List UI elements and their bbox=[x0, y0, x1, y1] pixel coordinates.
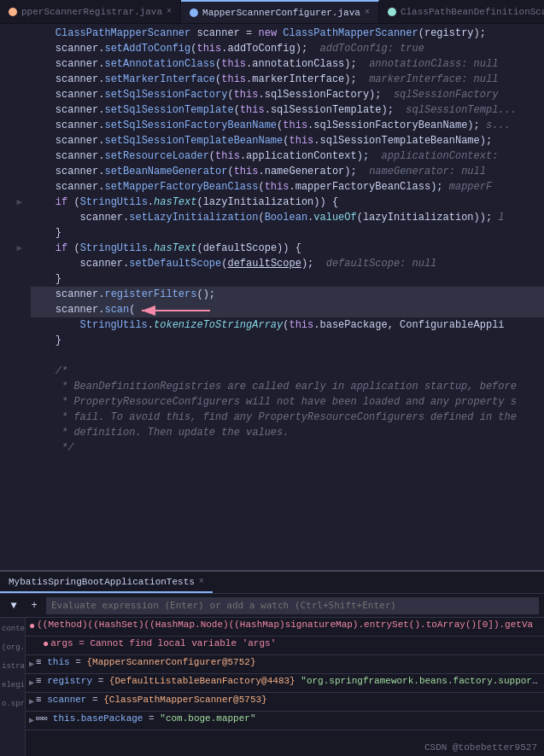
debug-var-text: ≡ registry = {DefaultListableBeanFactory… bbox=[36, 676, 541, 686]
expand-icon[interactable]: ▶ bbox=[29, 659, 34, 669]
code-line: /* bbox=[31, 363, 544, 379]
bottom-tab-label: MybatisSpringBootApplicationTests bbox=[9, 577, 195, 587]
filter-button[interactable]: ▼ bbox=[5, 597, 22, 614]
bottom-tab-close[interactable]: × bbox=[199, 577, 204, 586]
expand-icon[interactable]: ▶ bbox=[29, 696, 34, 707]
gutter-line bbox=[0, 210, 22, 225]
gutter-line bbox=[0, 148, 22, 164]
gutter-line bbox=[0, 72, 22, 87]
expand-icon[interactable]: ▶ bbox=[29, 715, 34, 725]
gutter-line bbox=[0, 179, 22, 195]
tab-label-configurer: MapperScannerConfigurer.java bbox=[202, 8, 360, 18]
code-line-highlighted: scanner.scan( bbox=[31, 302, 544, 317]
debug-error-text: ((Method)((HashSet)((HashMap.Node)((Hash… bbox=[37, 619, 533, 630]
code-line: * BeanDefinitionRegistries are called ea… bbox=[31, 379, 544, 394]
tab-classpathscanner[interactable]: ClassPathBeanDefinitionScanner.ja... bbox=[379, 0, 544, 23]
debug-error-subitem: ● args = Cannot find local variable 'arg… bbox=[26, 637, 544, 655]
code-line: scanner.setMapperFactoryBeanClass(this.m… bbox=[31, 179, 544, 195]
tab-label-registrar: pperScannerRegistrar.java bbox=[21, 7, 162, 17]
tab-icon-teal bbox=[388, 8, 396, 16]
code-line: scanner.setSqlSessionFactoryBeanName(thi… bbox=[31, 118, 544, 133]
code-line: ClassPathMapperScanner scanner = new Cla… bbox=[31, 26, 544, 41]
tab-bar: pperScannerRegistrar.java × MapperScanne… bbox=[0, 0, 544, 24]
code-content: ClassPathMapperScanner scanner = new Cla… bbox=[27, 24, 544, 570]
debug-vars: context.ann (org.myb istration elegiate.… bbox=[0, 618, 544, 756]
code-line: scanner.setMarkerInterface(this.markerIn… bbox=[31, 72, 544, 87]
code-line bbox=[31, 348, 544, 363]
bottom-tab-mybatis[interactable]: MybatisSpringBootApplicationTests × bbox=[0, 572, 213, 593]
gutter-line bbox=[0, 302, 22, 317]
gutter-line bbox=[0, 440, 22, 456]
code-line: scanner.setSqlSessionFactory(this.sqlSes… bbox=[31, 87, 544, 102]
code-line: scanner.setAnnotationClass(this.annotati… bbox=[31, 56, 544, 72]
code-line: * definition. Then update the values. bbox=[31, 425, 544, 440]
debug-error-item: ● ((Method)((HashSet)((HashMap.Node)((Ha… bbox=[26, 618, 544, 637]
gutter-line bbox=[0, 41, 22, 56]
gutter-line bbox=[0, 287, 22, 302]
code-line: */ bbox=[31, 440, 544, 456]
tab-close-registrar[interactable]: × bbox=[167, 7, 172, 16]
add-watch-button[interactable]: + bbox=[26, 597, 43, 614]
gutter-line bbox=[0, 256, 22, 271]
code-line: scanner.setDefaultScope(defaultScope); d… bbox=[31, 256, 544, 271]
code-line: scanner.setBeanNameGenerator(this.nameGe… bbox=[31, 164, 544, 179]
gutter-line bbox=[0, 133, 22, 148]
debug-toolbar: ▼ + bbox=[0, 594, 544, 618]
gutter-line bbox=[0, 118, 22, 133]
gutter-line: ▶ bbox=[0, 241, 22, 256]
code-line: scanner.setSqlSessionTemplateBeanName(th… bbox=[31, 133, 544, 148]
debug-var-basepackage[interactable]: ▶ ∞∞ this.basePackage = "com.boge.mapper… bbox=[26, 712, 544, 730]
evaluate-input[interactable] bbox=[46, 597, 539, 614]
gutter-line bbox=[0, 271, 22, 287]
gutter-line bbox=[0, 56, 22, 72]
left-label: context.ann bbox=[2, 619, 23, 638]
code-line: if (StringUtils.hasText(defaultScope)) { bbox=[31, 241, 544, 256]
code-line: } bbox=[31, 333, 544, 348]
debug-var-this[interactable]: ▶ ≡ this = {MapperScannerConfigurer@5752… bbox=[26, 655, 544, 674]
debug-var-scanner[interactable]: ▶ ≡ scanner = {ClassPathMapperScanner@57… bbox=[26, 693, 544, 712]
expand-icon[interactable]: ▶ bbox=[29, 677, 34, 688]
code-line: if (StringUtils.hasText(lazyInitializati… bbox=[31, 195, 544, 210]
code-line: StringUtils.tokenizeToStringArray(this.b… bbox=[31, 317, 544, 333]
gutter-line bbox=[0, 348, 22, 363]
gutter-line bbox=[0, 225, 22, 241]
watermark: CSDN @tobebetter9527 bbox=[424, 742, 537, 753]
gutter-line bbox=[0, 425, 22, 440]
debug-items-list: ● ((Method)((HashSet)((HashMap.Node)((Ha… bbox=[26, 618, 544, 756]
debug-left-labels: context.ann (org.myb istration elegiate.… bbox=[0, 618, 26, 756]
bottom-tab-bar: MybatisSpringBootApplicationTests × bbox=[0, 572, 544, 594]
tab-close-configurer[interactable]: × bbox=[365, 8, 370, 17]
left-label: o.spring. bbox=[2, 695, 23, 713]
debug-var-text: ∞∞ this.basePackage = "com.boge.mapper" bbox=[36, 713, 255, 724]
gutter-line bbox=[0, 379, 22, 394]
code-line: scanner.setAddToConfig(this.addToConfig)… bbox=[31, 41, 544, 56]
tab-configurer[interactable]: MapperScannerConfigurer.java × bbox=[181, 0, 379, 23]
line-numbers: ▶ ▶ bbox=[0, 24, 27, 570]
code-line: scanner.setSqlSessionTemplate(this.sqlSe… bbox=[31, 102, 544, 118]
debug-error-subtext: args = Cannot find local variable 'args' bbox=[50, 638, 276, 648]
gutter-line bbox=[0, 26, 22, 41]
gutter-line bbox=[0, 363, 22, 379]
debug-var-text: ≡ scanner = {ClassPathMapperScanner@5753… bbox=[36, 695, 267, 705]
error-sub-icon: ● bbox=[43, 638, 49, 650]
left-label: istration bbox=[2, 657, 23, 676]
code-line: } bbox=[31, 271, 544, 287]
gutter-line bbox=[0, 410, 22, 425]
code-line: scanner.setResourceLoader(this.applicati… bbox=[31, 148, 544, 164]
left-label: elegiate. bbox=[2, 676, 23, 695]
left-label: (org.myb bbox=[2, 638, 23, 657]
debug-var-text: ≡ this = {MapperScannerConfigurer@5752} bbox=[36, 657, 255, 667]
code-line: } bbox=[31, 225, 544, 241]
tab-icon-orange bbox=[9, 8, 17, 16]
gutter-line bbox=[0, 317, 22, 333]
debug-var-registry[interactable]: ▶ ≡ registry = {DefaultListableBeanFacto… bbox=[26, 674, 544, 693]
code-line: * fail. To avoid this, find any Property… bbox=[31, 410, 544, 425]
error-icon: ● bbox=[29, 620, 35, 632]
gutter-line: ▶ bbox=[0, 195, 22, 210]
gutter-line bbox=[0, 333, 22, 348]
bottom-section: MybatisSpringBootApplicationTests × ▼ + … bbox=[0, 570, 544, 756]
gutter-line bbox=[0, 102, 22, 118]
tab-registrar[interactable]: pperScannerRegistrar.java × bbox=[0, 0, 181, 23]
gutter-line bbox=[0, 87, 22, 102]
tab-label-classpathscanner: ClassPathBeanDefinitionScanner.ja... bbox=[401, 7, 544, 17]
